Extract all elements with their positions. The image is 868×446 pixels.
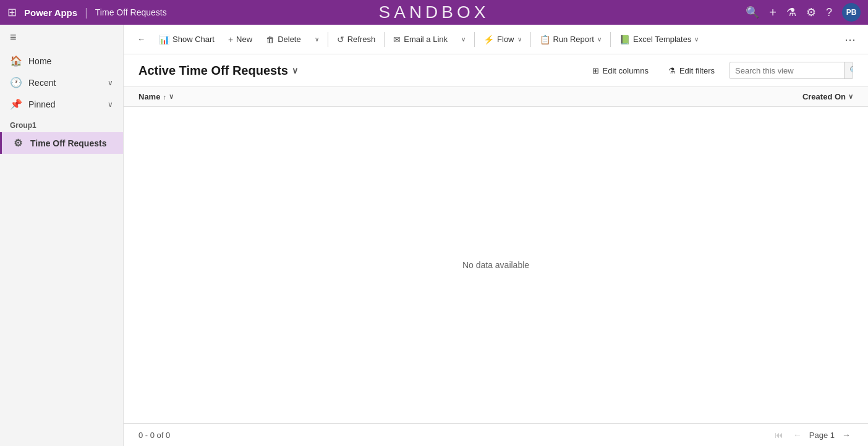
back-icon: ← <box>137 35 145 44</box>
search-input[interactable] <box>730 63 844 78</box>
new-button[interactable]: + New <box>222 31 258 48</box>
col-created-label: Created On <box>802 92 846 101</box>
prev-page-icon[interactable]: ← <box>791 429 804 441</box>
sidebar-recent-label: Recent <box>28 78 101 88</box>
sidebar-item-home[interactable]: 🏠 Home <box>0 50 123 72</box>
new-icon: + <box>228 35 233 44</box>
sidebar-group-label: Group1 <box>0 115 123 132</box>
edit-columns-label: Edit columns <box>603 66 649 75</box>
record-count: 0 - 0 of 0 <box>138 431 170 440</box>
edit-filters-label: Edit filters <box>679 66 715 75</box>
edit-columns-button[interactable]: ⊞ Edit columns <box>587 64 653 78</box>
more-commands-icon[interactable]: ⋯ <box>840 29 861 50</box>
footer-right: ⏮ ← Page 1 → <box>772 429 853 441</box>
cmd-separator-5 <box>610 32 611 47</box>
created-sort-chevron-icon: ∨ <box>848 93 853 101</box>
flow-icon: ⚡ <box>483 35 494 44</box>
delete-dropdown-button[interactable]: ∨ <box>308 32 325 46</box>
sidebar: ≡ 🏠 Home 🕐 Recent ∨ 📌 Pinned ∨ Group1 ⚙ … <box>0 25 124 446</box>
settings-icon[interactable]: ⚙ <box>806 6 816 19</box>
col-created-header[interactable]: Created On ∨ <box>742 92 853 101</box>
page-label: Page 1 <box>809 431 835 440</box>
search-box-icon[interactable]: 🔍 <box>844 62 853 78</box>
home-icon: 🏠 <box>10 55 22 67</box>
command-bar: ← 📊 Show Chart + New 🗑 Delete ∨ ↺ Refres… <box>124 25 868 54</box>
sort-chevron-icon: ∨ <box>169 93 174 101</box>
chart-icon: 📊 <box>159 35 169 44</box>
main-layout: ≡ 🏠 Home 🕐 Recent ∨ 📌 Pinned ∨ Group1 ⚙ … <box>0 25 868 446</box>
sort-asc-icon: ↑ <box>163 93 166 101</box>
run-report-label: Run Report <box>553 35 594 44</box>
delete-label: Delete <box>278 35 301 44</box>
view-title-chevron-icon[interactable]: ∨ <box>292 65 298 75</box>
sidebar-item-time-off-requests[interactable]: ⚙ Time Off Requests <box>0 132 123 154</box>
sidebar-toggle-icon[interactable]: ≡ <box>0 25 123 50</box>
excel-templates-button[interactable]: 📗 Excel Templates ∨ <box>613 31 705 48</box>
flow-label: Flow <box>497 35 514 44</box>
topbar-right: 🔍 + ⚗ ⚙ ? PB <box>746 3 861 22</box>
add-icon[interactable]: + <box>769 6 777 20</box>
run-report-button[interactable]: 📋 Run Report ∨ <box>534 31 608 48</box>
pinned-icon: 📌 <box>10 98 22 110</box>
email-link-button[interactable]: ✉ Email a Link <box>387 31 454 48</box>
col-name-label: Name <box>138 92 160 101</box>
first-page-icon[interactable]: ⏮ <box>772 429 786 441</box>
cmd-separator-2 <box>384 32 385 47</box>
grid-body: No data available <box>124 107 868 423</box>
sidebar-item-pinned[interactable]: 📌 Pinned ∨ <box>0 93 123 115</box>
cmd-separator-4 <box>530 32 531 47</box>
topbar-page-name: Time Off Requests <box>95 7 167 17</box>
edit-filters-icon: ⚗ <box>668 66 676 75</box>
no-data-message: No data available <box>462 260 529 270</box>
time-off-icon: ⚙ <box>12 137 24 149</box>
email-link-dropdown-button[interactable]: ∨ <box>455 32 472 46</box>
help-icon[interactable]: ? <box>826 6 832 19</box>
recent-chevron-icon: ∨ <box>108 78 113 87</box>
view-title-text: Active Time Off Requests <box>138 64 288 78</box>
avatar[interactable]: PB <box>842 3 861 22</box>
app-name: Power Apps <box>24 7 77 18</box>
report-icon: 📋 <box>540 35 550 44</box>
flow-chevron-icon: ∨ <box>517 36 522 43</box>
flow-button[interactable]: ⚡ Flow ∨ <box>477 31 527 48</box>
sidebar-pinned-label: Pinned <box>28 99 101 109</box>
view-header: Active Time Off Requests ∨ ⊞ Edit column… <box>124 54 868 87</box>
view-title: Active Time Off Requests ∨ <box>138 64 298 78</box>
report-chevron-icon: ∨ <box>597 36 602 43</box>
delete-chevron-icon: ∨ <box>315 36 319 43</box>
topbar: ⊞ Power Apps | Time Off Requests SANDBOX… <box>0 0 868 25</box>
sidebar-item-recent[interactable]: 🕐 Recent ∨ <box>0 72 123 93</box>
excel-templates-label: Excel Templates <box>633 35 691 44</box>
email-link-label: Email a Link <box>404 35 448 44</box>
search-box[interactable]: 🔍 <box>730 62 853 79</box>
pinned-chevron-icon: ∨ <box>108 100 113 109</box>
edit-filters-button[interactable]: ⚗ Edit filters <box>663 64 720 78</box>
sandbox-label: SANDBOX <box>379 2 490 22</box>
waffle-menu-icon[interactable]: ⊞ <box>7 6 17 19</box>
next-page-icon[interactable]: → <box>840 429 853 441</box>
refresh-button[interactable]: ↺ Refresh <box>331 31 382 48</box>
delete-icon: 🗑 <box>266 35 274 44</box>
email-icon: ✉ <box>393 35 401 44</box>
view-header-right: ⊞ Edit columns ⚗ Edit filters 🔍 <box>587 62 854 79</box>
filter-icon[interactable]: ⚗ <box>786 6 796 19</box>
refresh-icon: ↺ <box>337 35 344 44</box>
cmd-separator-1 <box>328 32 328 47</box>
main-content: ← 📊 Show Chart + New 🗑 Delete ∨ ↺ Refres… <box>124 25 868 446</box>
show-chart-button[interactable]: 📊 Show Chart <box>153 31 221 48</box>
refresh-label: Refresh <box>347 35 376 44</box>
search-icon[interactable]: 🔍 <box>746 6 759 19</box>
excel-icon: 📗 <box>619 35 630 44</box>
show-chart-label: Show Chart <box>172 35 215 44</box>
edit-columns-icon: ⊞ <box>592 66 599 75</box>
new-label: New <box>236 35 252 44</box>
sidebar-home-label: Home <box>28 56 113 66</box>
back-button[interactable]: ← <box>131 31 151 48</box>
recent-icon: 🕐 <box>10 77 22 88</box>
grid-footer: 0 - 0 of 0 ⏮ ← Page 1 → <box>124 423 868 446</box>
grid-header: Name ↑ ∨ Created On ∨ <box>124 87 868 107</box>
cmd-separator-3 <box>474 32 475 47</box>
excel-chevron-icon: ∨ <box>694 36 699 43</box>
delete-button[interactable]: 🗑 Delete <box>260 31 307 48</box>
col-name-header[interactable]: Name ↑ ∨ <box>138 92 742 101</box>
